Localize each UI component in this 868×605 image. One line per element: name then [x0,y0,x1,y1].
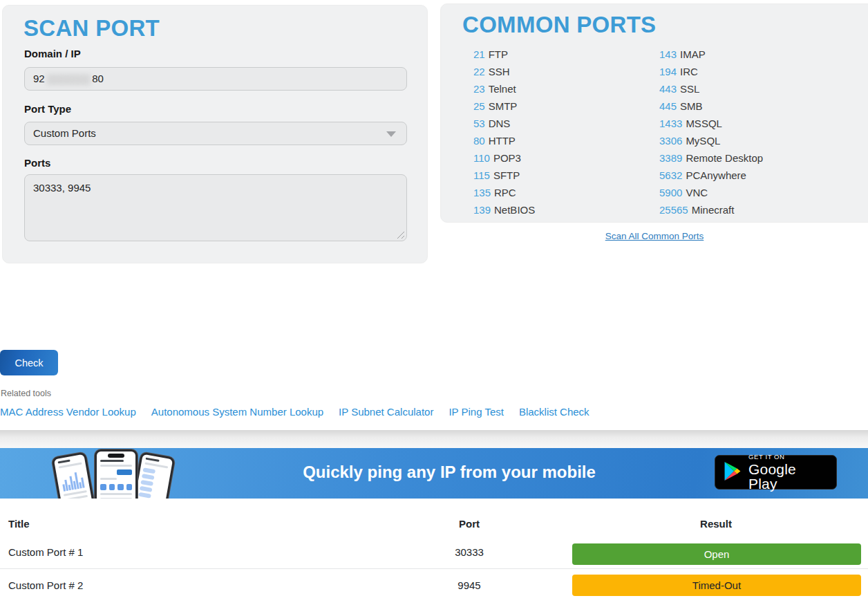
link-autonomous-system-number-lookup[interactable]: Autonomous System Number Lookup [151,406,323,418]
port-name: FTP [489,48,508,60]
port-name: IRC [680,66,698,77]
scan-all-wrap: Scan All Common Ports [440,230,868,242]
row-divider [0,568,868,569]
port-number: 139 [473,204,491,216]
common-ports-column-right: 143IMAP 194IRC 443SSL 445SMB 1433MSSQL 3… [659,46,763,218]
common-port-item[interactable]: 3389Remote Desktop [659,149,763,167]
port-name: SSL [680,83,699,95]
port-name: VNC [686,187,708,198]
common-port-item[interactable]: 53DNS [473,115,535,132]
domain-ip-value-prefix: 92 [33,73,45,84]
port-name: RPC [494,187,516,198]
result-row-title: Custom Port # 2 [8,579,83,591]
common-port-item[interactable]: 5632PCAnywhere [659,167,763,184]
port-number: 25565 [659,204,688,216]
link-ip-ping-test[interactable]: IP Ping Test [449,406,504,418]
ports-label: Ports [24,157,50,169]
common-ports-column-left: 21FTP 22SSH 23Telnet 25SMTP 53DNS 80HTTP… [473,46,535,218]
phone-notch [108,454,124,458]
port-number: 23 [473,83,485,95]
results-header-title: Title [8,518,30,530]
common-port-item[interactable]: 115SFTP [473,167,535,184]
link-ip-subnet-calculator[interactable]: IP Subnet Calculator [339,406,433,418]
port-name: HTTP [489,135,516,147]
port-name: SFTP [493,169,520,181]
port-number: 53 [473,118,485,129]
port-name: Minecraft [692,204,735,216]
port-name: MSSQL [686,118,722,129]
port-number: 135 [473,187,491,198]
common-port-item[interactable]: 445SMB [659,97,763,115]
common-ports-panel: COMMON PORTS 21FTP 22SSH 23Telnet 25SMTP… [440,3,868,223]
google-play-badge[interactable]: GET IT ON Google Play [715,455,837,490]
common-port-item[interactable]: 5900VNC [659,184,763,201]
port-name: Remote Desktop [686,152,763,164]
resize-handle-icon[interactable] [395,230,404,239]
port-name: NetBIOS [494,204,535,216]
domain-ip-value-suffix: 80 [92,73,104,84]
common-port-item[interactable]: 139NetBIOS [473,201,535,218]
mobile-app-banner: Quickly ping any IP from your mobile GET… [0,448,868,499]
results-header-port: Port [428,518,511,530]
badge-google-play: Google Play [748,462,827,491]
scan-port-panel: SCAN PORT Domain / IP 92▒▒▒▒▒▒▒80 Port T… [2,5,428,263]
google-play-icon [724,462,741,483]
status-badge-open: Open [572,543,861,565]
common-port-item[interactable]: 23Telnet [473,80,535,97]
port-number: 194 [659,66,677,77]
port-number: 443 [659,83,677,95]
common-port-item[interactable]: 25SMTP [473,97,535,115]
mini-app-icons [100,484,132,490]
port-number: 22 [473,66,485,77]
port-number: 3306 [659,135,682,147]
results-header-result: Result [633,518,799,530]
result-row-title: Custom Port # 1 [8,546,83,558]
port-name: SMB [680,100,703,112]
scan-all-common-ports-link[interactable]: Scan All Common Ports [605,231,704,241]
common-port-item[interactable]: 25565Minecraft [659,201,763,218]
port-name: DNS [489,118,511,129]
port-number: 115 [473,169,490,181]
port-type-selected-value: Custom Ports [33,127,96,139]
common-port-item[interactable]: 110POP3 [473,149,535,167]
port-type-select[interactable]: Custom Ports [24,122,407,145]
result-row-port: 30333 [428,546,511,558]
common-port-item[interactable]: 1433MSSQL [659,115,763,132]
link-blacklist-check[interactable]: Blacklist Check [519,406,589,418]
related-tools-links: MAC Address Vendor Lookup Autonomous Sys… [0,406,589,418]
port-number: 1433 [659,118,682,129]
ports-value: 30333, 9945 [33,182,91,194]
check-button[interactable]: Check [0,350,58,375]
phone-mockup-center [95,449,138,499]
common-port-item[interactable]: 80HTTP [473,132,535,149]
port-number: 445 [659,100,677,112]
common-port-item[interactable]: 135RPC [473,184,535,201]
port-name: SMTP [489,100,518,112]
port-number: 80 [473,135,485,147]
domain-ip-input[interactable]: 92▒▒▒▒▒▒▒80 [24,67,407,91]
common-port-item[interactable]: 143IMAP [659,46,763,63]
port-number: 21 [473,48,485,60]
port-number: 5632 [659,169,682,181]
port-number: 110 [473,152,490,164]
port-name: POP3 [493,152,521,164]
google-play-badge-text: GET IT ON Google Play [748,454,827,492]
port-name: Telnet [489,83,516,95]
common-port-item[interactable]: 21FTP [473,46,535,63]
port-scanner-page: SCAN PORT Domain / IP 92▒▒▒▒▒▒▒80 Port T… [0,0,868,605]
port-name: MySQL [686,135,720,147]
common-ports-title: COMMON PORTS [462,12,656,38]
status-badge-timed-out: Timed-Out [572,575,861,596]
port-name: PCAnywhere [686,169,746,181]
ports-textarea[interactable]: 30333, 9945 [24,174,407,241]
common-port-item[interactable]: 443SSL [659,80,763,97]
port-type-label: Port Type [24,103,71,115]
common-port-item[interactable]: 3306MySQL [659,132,763,149]
common-port-item[interactable]: 194IRC [659,63,763,80]
link-mac-address-vendor-lookup[interactable]: MAC Address Vendor Lookup [0,406,136,418]
port-number: 3389 [659,152,682,164]
mini-button [117,469,132,475]
common-port-item[interactable]: 22SSH [473,63,535,80]
section-divider [0,430,868,448]
port-number: 5900 [659,187,682,198]
